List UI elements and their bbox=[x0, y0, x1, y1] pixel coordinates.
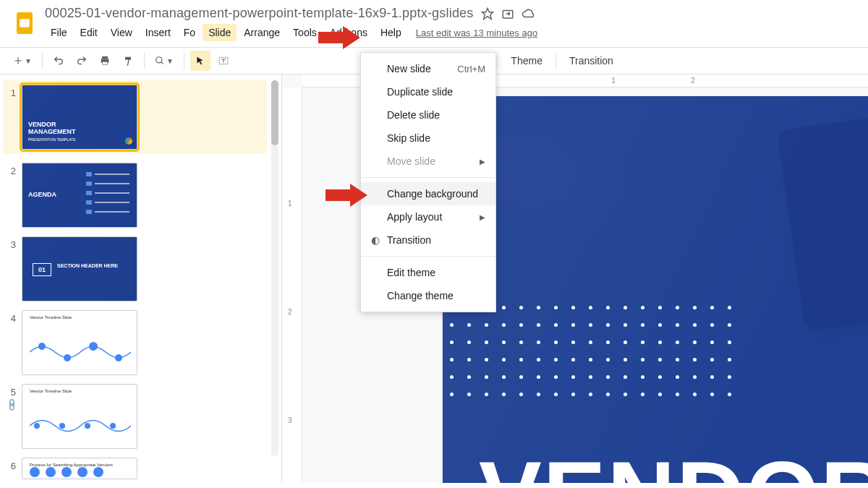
filmstrip: 1 VENDOR MANAGEMENT PRESENTATION TEMPLAT… bbox=[0, 74, 282, 483]
menu-edit[interactable]: Edit bbox=[75, 24, 103, 41]
paint-format-button[interactable] bbox=[118, 51, 138, 71]
slide-menu-dropdown: New slide Ctrl+M Duplicate slide Delete … bbox=[360, 52, 496, 312]
ruler-tick-label: 1 bbox=[611, 77, 616, 85]
menu-label: Transition bbox=[387, 234, 431, 246]
filmstrip-scrollbar[interactable] bbox=[271, 80, 278, 456]
print-button[interactable] bbox=[95, 51, 115, 71]
ruler-tick-label: 2 bbox=[691, 77, 695, 85]
menu-insert[interactable]: Insert bbox=[140, 24, 176, 41]
menu-label: New slide bbox=[387, 63, 431, 74]
slides-logo bbox=[12, 10, 38, 36]
menu-slide[interactable]: Slide bbox=[203, 24, 237, 41]
thumb-title: Vendor Timeline Slide bbox=[30, 389, 72, 393]
svg-rect-7 bbox=[103, 61, 108, 64]
menu-view[interactable]: View bbox=[105, 24, 138, 41]
ruler-tick-label: 1 bbox=[288, 200, 292, 207]
cloud-status-icon[interactable] bbox=[522, 7, 535, 20]
svg-point-12 bbox=[89, 342, 98, 351]
svg-rect-1 bbox=[20, 20, 29, 27]
menu-skip-slide[interactable]: Skip slide bbox=[361, 127, 495, 150]
thumb-title: AGENDA bbox=[28, 191, 56, 198]
menu-label: Change theme bbox=[387, 290, 454, 301]
thumb-subtitle: PRESENTATION TEMPLATE bbox=[28, 137, 75, 142]
svg-marker-3 bbox=[482, 8, 493, 19]
menu-label: Move slide bbox=[387, 155, 435, 167]
svg-point-17 bbox=[110, 423, 116, 429]
svg-point-14 bbox=[34, 423, 40, 429]
slide-thumb-6[interactable]: 6 Process for Searching Appropriate Vend… bbox=[6, 458, 267, 479]
slide-number: 1 bbox=[6, 85, 16, 98]
svg-point-15 bbox=[59, 423, 65, 429]
menu-new-slide[interactable]: New slide Ctrl+M bbox=[361, 57, 495, 80]
menu-tools[interactable]: Tools bbox=[287, 24, 323, 41]
menu-file[interactable]: File bbox=[45, 24, 73, 41]
menu-apply-layout[interactable]: Apply layout ▶ bbox=[361, 205, 495, 228]
title-area: 00025-01-vendor-management-powerpoint-te… bbox=[45, 6, 856, 41]
slide-number: 2 bbox=[6, 163, 16, 176]
thumb-title: VENDOR MANAGEMENT bbox=[28, 121, 76, 136]
menu-edit-theme[interactable]: Edit theme bbox=[361, 261, 495, 284]
menu-help[interactable]: Help bbox=[375, 24, 407, 41]
svg-point-16 bbox=[85, 423, 90, 429]
menu-change-theme[interactable]: Change theme bbox=[361, 284, 495, 307]
menu-shortcut: Ctrl+M bbox=[457, 64, 485, 74]
menu-duplicate-slide[interactable]: Duplicate slide bbox=[361, 80, 495, 103]
menu-transition[interactable]: ◐ Transition bbox=[361, 228, 495, 252]
slide-thumb-4[interactable]: 4 Vendor Timeline Slide bbox=[6, 310, 267, 375]
doc-title[interactable]: 00025-01-vendor-management-powerpoint-te… bbox=[45, 6, 474, 21]
zoom-button[interactable]: ▼ bbox=[150, 51, 178, 71]
redo-button[interactable] bbox=[72, 51, 92, 71]
svg-point-8 bbox=[156, 57, 162, 63]
theme-tool[interactable]: Theme bbox=[503, 51, 550, 71]
slide-canvas[interactable]: VENDOR bbox=[443, 96, 868, 483]
menu-label: Edit theme bbox=[387, 267, 435, 278]
slide-thumb-1[interactable]: 1 VENDOR MANAGEMENT PRESENTATION TEMPLAT… bbox=[3, 80, 267, 154]
new-slide-button[interactable]: ▼ bbox=[9, 51, 36, 71]
menu-move-slide: Move slide ▶ bbox=[361, 150, 495, 173]
menu-label: Skip slide bbox=[387, 132, 430, 144]
svg-point-10 bbox=[38, 343, 46, 350]
ruler-vertical[interactable]: 1 2 3 bbox=[282, 87, 302, 483]
menu-label: Change background bbox=[387, 188, 478, 200]
canvas-title: VENDOR bbox=[479, 440, 868, 483]
ruler-tick-label: 3 bbox=[288, 416, 292, 424]
thumb-title: SECTION HEADER HERE bbox=[57, 263, 118, 268]
thumb-section-num: 01 bbox=[33, 263, 51, 276]
undo-button[interactable] bbox=[48, 51, 69, 71]
slide-thumb-2[interactable]: 2 AGENDA bbox=[6, 163, 267, 228]
last-edit-link[interactable]: Last edit was 13 minutes ago bbox=[416, 27, 537, 38]
slide-number: 6 bbox=[6, 458, 16, 471]
svg-point-11 bbox=[64, 354, 71, 361]
menu-arrange[interactable]: Arrange bbox=[238, 24, 286, 41]
move-to-icon[interactable] bbox=[501, 7, 514, 20]
menu-bar: File Edit View Insert Fo Slide Arrange T… bbox=[45, 24, 856, 41]
menu-change-background[interactable]: Change background bbox=[361, 182, 495, 205]
menu-label: Duplicate slide bbox=[387, 86, 453, 98]
select-tool-button[interactable] bbox=[190, 51, 210, 71]
app-header: 00025-01-vendor-management-powerpoint-te… bbox=[0, 0, 868, 41]
transition-icon: ◐ bbox=[370, 234, 381, 246]
title-icons bbox=[481, 7, 535, 20]
menu-label: Delete slide bbox=[387, 109, 440, 121]
transition-tool[interactable]: Transition bbox=[562, 51, 621, 71]
menu-label: Apply layout bbox=[387, 211, 442, 223]
svg-point-13 bbox=[115, 354, 122, 361]
svg-rect-5 bbox=[102, 56, 108, 59]
attachment-icon: 🔗 bbox=[3, 396, 20, 413]
slide-thumb-3[interactable]: 3 01 SECTION HEADER HERE bbox=[6, 236, 267, 301]
submenu-arrow-icon: ▶ bbox=[480, 213, 485, 221]
star-icon[interactable] bbox=[481, 7, 494, 20]
slide-number: 3 bbox=[6, 236, 16, 250]
slide-thumb-5[interactable]: 5 🔗 Vendor Timeline Slide bbox=[6, 384, 267, 449]
thumb-title: Vendor Timeline Slide bbox=[30, 315, 72, 320]
dot-pattern bbox=[450, 306, 736, 401]
menu-delete-slide[interactable]: Delete slide bbox=[361, 103, 495, 127]
slide-number: 4 bbox=[6, 310, 16, 324]
textbox-tool-button[interactable] bbox=[213, 51, 234, 71]
ruler-tick-label: 2 bbox=[288, 308, 292, 316]
menu-format-truncated[interactable]: Fo bbox=[178, 24, 201, 41]
slide-number: 5 bbox=[11, 384, 16, 398]
submenu-arrow-icon: ▶ bbox=[480, 158, 485, 166]
